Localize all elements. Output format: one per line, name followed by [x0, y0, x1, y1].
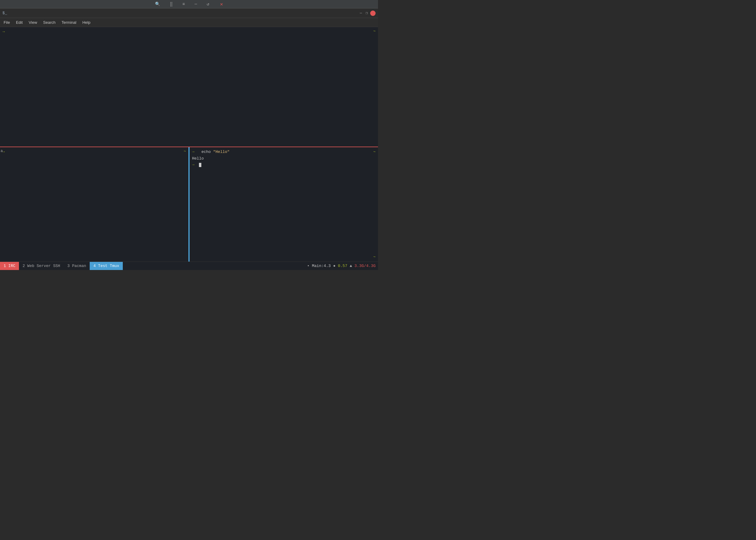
- mem-icon: ▲: [350, 264, 352, 268]
- terminal-icon: $_: [2, 11, 7, 15]
- tmux-tab-2-label: 2 Web Server SSH: [23, 264, 60, 268]
- session-label: Main:4.3: [312, 264, 331, 268]
- menu-help[interactable]: Help: [80, 19, 93, 26]
- bottom-right-tilde-bottom: ~: [373, 254, 376, 260]
- load-icon: ●: [333, 264, 335, 268]
- menu-icon[interactable]: ≡: [183, 2, 185, 7]
- top-pane-prompt: →: [2, 30, 5, 34]
- tmux-tab-1-label: 1 IRC: [4, 264, 15, 268]
- minimize-icon[interactable]: ─: [194, 2, 197, 7]
- menu-bar: File Edit View Search Terminal Help: [0, 18, 378, 27]
- bottom-right-line1: → echo "Hello" ~: [192, 149, 376, 155]
- bottom-right-command: echo "Hello": [201, 150, 230, 154]
- status-bar: 1 IRC 2 Web Server SSH 3 Pacman 4 Test T…: [0, 262, 378, 270]
- titlebar-restore-button[interactable]: ❐: [364, 10, 369, 16]
- terminal-window: $_ ─ ❐ File Edit View Search Terminal He…: [0, 8, 378, 270]
- menu-file[interactable]: File: [1, 19, 12, 26]
- tmux-tab-3-label: 3 Pacman: [67, 264, 86, 268]
- tmux-tab-1[interactable]: 1 IRC: [0, 262, 19, 270]
- terminal-content: → ~ a → ~ → echo "Hello" ~: [0, 27, 378, 262]
- search-icon[interactable]: 🔍: [155, 2, 160, 7]
- menu-view[interactable]: View: [26, 19, 40, 26]
- bottom-right-prompt2: →: [192, 163, 194, 167]
- titlebar-minimize-button[interactable]: ─: [359, 11, 363, 16]
- bottom-left-pane[interactable]: a → ~: [0, 147, 189, 262]
- mem-value: 3.3G/4.3G: [354, 264, 376, 268]
- top-pane-tilde: ~: [373, 29, 376, 33]
- bottom-panes: a → ~ → echo "Hello" ~ Hello: [0, 147, 378, 262]
- cursor: [199, 163, 201, 167]
- session-icon: ▪: [307, 264, 310, 268]
- terminal-titlebar: $_ ─ ❐: [0, 8, 378, 18]
- titlebar-close-button[interactable]: [370, 11, 376, 16]
- menu-edit[interactable]: Edit: [14, 19, 25, 26]
- status-right: ▪ Main:4.3 ● 0.57 ▲ 3.3G/4.3G: [307, 264, 378, 268]
- tmux-tab-4-label: 4 Test Tmux: [93, 264, 119, 268]
- tmux-tab-2[interactable]: 2 Web Server SSH: [19, 262, 64, 270]
- pane-label: a: [1, 149, 3, 153]
- menu-search[interactable]: Search: [41, 19, 58, 26]
- bottom-left-content: →: [2, 149, 186, 155]
- bottom-right-prompt1: →: [192, 150, 194, 154]
- os-topbar: 🔍 ⣿ ≡ ─ ↺ ✕: [0, 0, 378, 8]
- list-tree-icon[interactable]: ⣿: [170, 2, 173, 7]
- load-value: 0.57: [338, 264, 347, 268]
- bottom-right-line3: → ~: [192, 162, 376, 168]
- bottom-right-tilde-top: ~: [373, 149, 376, 155]
- bottom-right-output: Hello: [192, 156, 376, 162]
- menu-terminal[interactable]: Terminal: [59, 19, 79, 26]
- close-icon[interactable]: ✕: [220, 1, 223, 7]
- titlebar-controls: ─ ❐: [359, 10, 376, 16]
- echo-output: Hello: [192, 156, 204, 161]
- tmux-tab-4[interactable]: 4 Test Tmux: [90, 262, 123, 270]
- bottom-right-content: → echo "Hello" ~ Hello → ~: [192, 149, 376, 168]
- bottom-left-tilde: ~: [184, 149, 186, 154]
- top-pane[interactable]: → ~: [0, 27, 378, 147]
- echo-string: "Hello": [213, 150, 230, 154]
- tmux-tab-3[interactable]: 3 Pacman: [64, 262, 90, 270]
- restore-icon[interactable]: ↺: [207, 2, 209, 7]
- bottom-right-pane[interactable]: → echo "Hello" ~ Hello → ~: [189, 147, 378, 262]
